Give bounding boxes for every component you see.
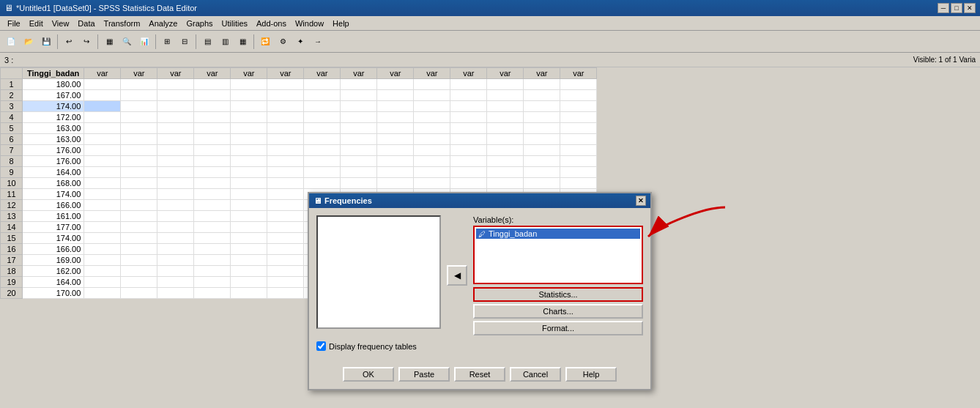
cell-empty[interactable] — [84, 189, 121, 200]
cell-empty[interactable] — [304, 112, 341, 123]
cell-empty[interactable] — [487, 178, 524, 189]
cell-empty[interactable] — [267, 101, 304, 112]
cell-tinggi-badan[interactable]: 163.00 — [23, 134, 84, 145]
cell-empty[interactable] — [341, 112, 377, 123]
cell-empty[interactable] — [341, 123, 377, 134]
cell-tinggi-badan[interactable]: 166.00 — [23, 200, 84, 211]
cell-empty[interactable] — [194, 233, 231, 244]
cell-empty[interactable] — [121, 123, 157, 134]
cell-empty[interactable] — [121, 178, 157, 189]
toolbar-btn9[interactable]: ▥ — [217, 34, 233, 50]
cell-empty[interactable] — [194, 156, 231, 167]
cell-empty[interactable] — [341, 167, 377, 178]
cell-empty[interactable] — [341, 145, 377, 156]
cell-tinggi-badan[interactable]: 169.00 — [23, 255, 84, 266]
cell-empty[interactable] — [194, 79, 231, 90]
cell-empty[interactable] — [121, 244, 157, 255]
cell-empty[interactable] — [450, 167, 487, 178]
cell-empty[interactable] — [121, 101, 157, 112]
cell-empty[interactable] — [121, 90, 157, 101]
cell-empty[interactable] — [267, 178, 304, 189]
cell-empty[interactable] — [121, 200, 157, 211]
cell-empty[interactable] — [231, 134, 267, 145]
cell-tinggi-badan[interactable]: 168.00 — [23, 178, 84, 189]
cell-empty[interactable] — [121, 255, 157, 266]
cell-empty[interactable] — [157, 123, 194, 134]
cell-empty[interactable] — [157, 200, 194, 211]
cell-empty[interactable] — [487, 167, 524, 178]
cell-empty[interactable] — [231, 156, 267, 167]
cell-empty[interactable] — [267, 288, 304, 299]
minimize-button[interactable]: ─ — [938, 3, 949, 13]
cell-empty[interactable] — [157, 266, 194, 277]
cell-empty[interactable] — [231, 145, 267, 156]
dialog-close-button[interactable]: ✕ — [636, 196, 646, 206]
toolbar-save[interactable]: 💾 — [38, 34, 54, 50]
cell-empty[interactable] — [267, 244, 304, 255]
cell-empty[interactable] — [487, 123, 524, 134]
col-tinggi-badan[interactable]: Tinggi_badan — [23, 68, 84, 79]
cell-empty[interactable] — [341, 101, 377, 112]
cell-empty[interactable] — [560, 90, 597, 101]
menu-transform[interactable]: Transform — [100, 18, 145, 29]
cell-empty[interactable] — [524, 112, 560, 123]
paste-button[interactable]: Paste — [398, 367, 450, 382]
toolbar-btn6[interactable]: ⊞ — [159, 34, 175, 50]
cell-empty[interactable] — [267, 134, 304, 145]
statistics-button[interactable]: Statistics... — [473, 287, 643, 302]
cell-empty[interactable] — [267, 167, 304, 178]
cell-empty[interactable] — [267, 211, 304, 222]
cell-empty[interactable] — [377, 79, 414, 90]
close-button[interactable]: ✕ — [964, 3, 976, 13]
cell-empty[interactable] — [157, 145, 194, 156]
cell-empty[interactable] — [157, 244, 194, 255]
cell-empty[interactable] — [267, 200, 304, 211]
cell-empty[interactable] — [560, 112, 597, 123]
menu-analyze[interactable]: Analyze — [144, 18, 182, 29]
toolbar-new[interactable]: 📄 — [3, 34, 19, 50]
cell-empty[interactable] — [304, 156, 341, 167]
menu-graphs[interactable]: Graphs — [182, 18, 217, 29]
cell-empty[interactable] — [304, 167, 341, 178]
cell-empty[interactable] — [194, 244, 231, 255]
cell-empty[interactable] — [121, 189, 157, 200]
cell-empty[interactable] — [157, 79, 194, 90]
cell-empty[interactable] — [450, 145, 487, 156]
cell-empty[interactable] — [194, 167, 231, 178]
cell-tinggi-badan[interactable]: 166.00 — [23, 244, 84, 255]
cell-empty[interactable] — [121, 222, 157, 233]
cell-empty[interactable] — [414, 79, 450, 90]
cell-empty[interactable] — [414, 134, 450, 145]
cell-empty[interactable] — [487, 156, 524, 167]
toolbar-btn3[interactable]: ▦ — [101, 34, 117, 50]
cell-empty[interactable] — [194, 134, 231, 145]
cell-empty[interactable] — [450, 123, 487, 134]
cell-empty[interactable] — [267, 112, 304, 123]
cell-empty[interactable] — [121, 288, 157, 299]
cell-empty[interactable] — [267, 222, 304, 233]
cell-empty[interactable] — [121, 79, 157, 90]
cell-empty[interactable] — [267, 255, 304, 266]
cell-empty[interactable] — [231, 255, 267, 266]
cell-empty[interactable] — [84, 288, 121, 299]
cell-empty[interactable] — [121, 156, 157, 167]
cell-empty[interactable] — [487, 134, 524, 145]
cell-empty[interactable] — [267, 145, 304, 156]
cell-empty[interactable] — [121, 134, 157, 145]
menu-window[interactable]: Window — [291, 18, 328, 29]
cell-empty[interactable] — [524, 123, 560, 134]
menu-view[interactable]: View — [48, 18, 74, 29]
cell-empty[interactable] — [194, 222, 231, 233]
menu-data[interactable]: Data — [73, 18, 99, 29]
cell-tinggi-badan[interactable]: 174.00 — [23, 233, 84, 244]
cell-empty[interactable] — [414, 101, 450, 112]
cell-tinggi-badan[interactable]: 164.00 — [23, 277, 84, 288]
cancel-button[interactable]: Cancel — [510, 367, 561, 382]
cell-empty[interactable] — [524, 167, 560, 178]
cell-empty[interactable] — [157, 233, 194, 244]
cell-empty[interactable] — [524, 90, 560, 101]
cell-empty[interactable] — [121, 266, 157, 277]
cell-empty[interactable] — [231, 101, 267, 112]
cell-empty[interactable] — [231, 189, 267, 200]
cell-empty[interactable] — [231, 167, 267, 178]
